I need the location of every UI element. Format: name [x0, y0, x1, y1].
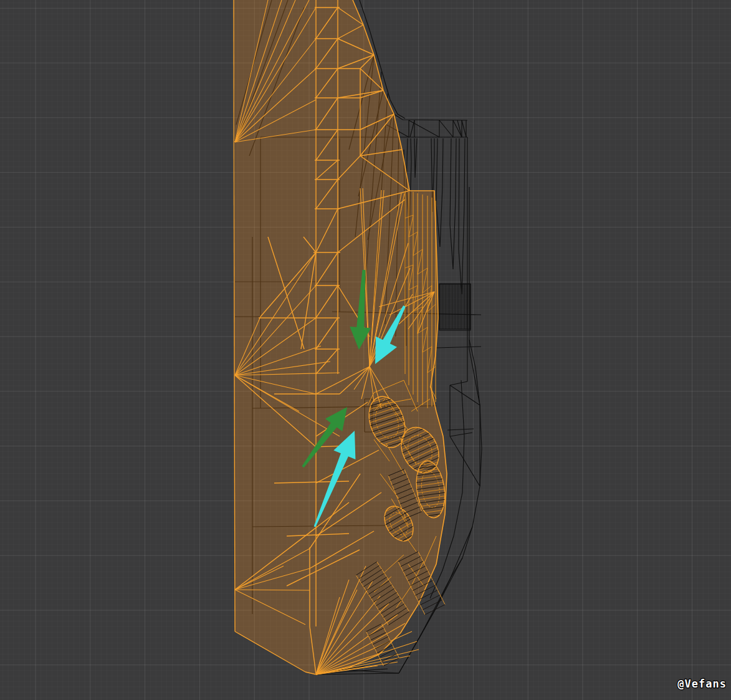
viewport-canvas[interactable]: @Vefans [0, 0, 731, 700]
watermark-text: @Vefans [677, 678, 727, 690]
viewport-3d[interactable]: @Vefans [0, 0, 731, 700]
